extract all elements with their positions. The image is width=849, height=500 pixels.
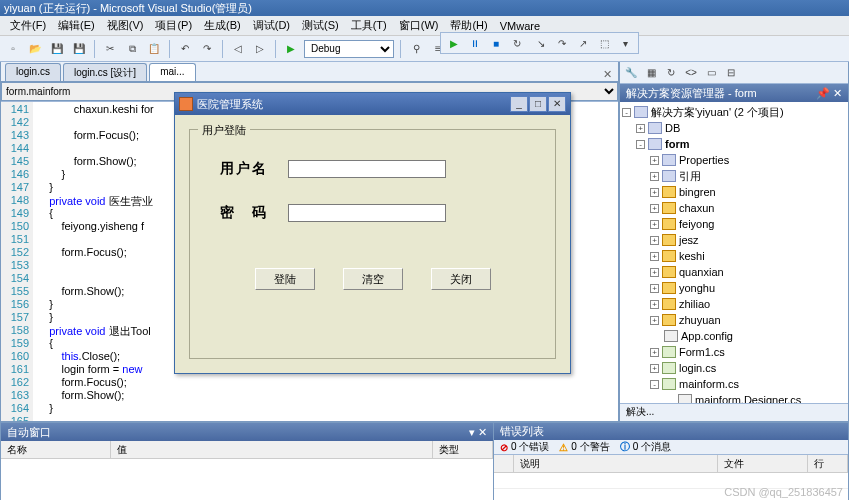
login-button[interactable]: 登陆 [255, 268, 315, 290]
tree-node[interactable]: +zhiliao [622, 296, 846, 312]
tree-node[interactable]: -form [622, 136, 846, 152]
login-groupbox: 用户登陆 用户名 密 码 登陆 清空 关闭 [189, 129, 556, 359]
line-gutter: 1411421431441451461471481491501511521531… [1, 102, 33, 421]
tab-login-cs[interactable]: login.cs [5, 63, 61, 81]
open-icon[interactable]: 📂 [26, 40, 44, 58]
filter-errors[interactable]: ⊘0 个错误 [500, 440, 549, 454]
close-button[interactable]: 关闭 [431, 268, 491, 290]
new-project-icon[interactable]: ▫ [4, 40, 22, 58]
pin-icon[interactable]: 📌 ✕ [816, 87, 842, 100]
continue-icon[interactable]: ▶ [445, 34, 463, 52]
config-combo[interactable]: Debug [304, 40, 394, 58]
autos-title: 自动窗口 ▾ ✕ [1, 423, 493, 441]
find-icon[interactable]: ⚲ [407, 40, 425, 58]
tree-node[interactable]: +feiyong [622, 216, 846, 232]
tree-node[interactable]: +Form1.cs [622, 344, 846, 360]
dialog-title: 医院管理系统 [197, 97, 263, 112]
tree-node[interactable]: +yonghu [622, 280, 846, 296]
tree-node[interactable]: +quanxian [622, 264, 846, 280]
cut-icon[interactable]: ✂ [101, 40, 119, 58]
menu-test[interactable]: 测试(S) [302, 18, 339, 33]
refresh-icon[interactable]: ↻ [662, 64, 680, 82]
errlist-title: 错误列表 [494, 423, 848, 440]
tree-node[interactable]: +chaxun [622, 200, 846, 216]
view-designer-icon[interactable]: ▭ [702, 64, 720, 82]
tree-node[interactable]: mainform.Designer.cs [622, 392, 846, 403]
tree-node[interactable]: App.config [622, 328, 846, 344]
document-tabs: login.cs login.cs [设计] mai... ✕ [1, 62, 618, 82]
filter-messages[interactable]: ⓘ0 个消息 [620, 440, 671, 454]
paste-icon[interactable]: 📋 [145, 40, 163, 58]
step-into-icon[interactable]: ↘ [532, 34, 550, 52]
step-out-icon[interactable]: ↗ [574, 34, 592, 52]
autos-header: 名称 值 类型 [1, 441, 493, 459]
password-label: 密 码 [220, 204, 274, 222]
errlist-header: 说明 文件 行 [494, 455, 848, 473]
menu-vmware[interactable]: VMware [500, 20, 540, 32]
watermark: CSDN @qq_251836457 [724, 486, 843, 498]
solution-toolbar: 🔧 ▦ ↻ <> ▭ ⊟ [620, 62, 848, 84]
stop-icon[interactable]: ■ [487, 34, 505, 52]
redo-icon[interactable]: ↷ [198, 40, 216, 58]
hex-icon[interactable]: ⬚ [595, 34, 613, 52]
minimize-icon[interactable]: _ [510, 96, 528, 112]
menu-file[interactable]: 文件(F) [10, 18, 46, 33]
tree-node[interactable]: +Properties [622, 152, 846, 168]
tree-node[interactable]: +jesz [622, 232, 846, 248]
error-filters: ⊘0 个错误 ⚠0 个警告 ⓘ0 个消息 [494, 440, 848, 455]
step-over-icon[interactable]: ↷ [553, 34, 571, 52]
clear-button[interactable]: 清空 [343, 268, 403, 290]
password-input[interactable] [288, 204, 446, 222]
props-icon[interactable]: 🔧 [622, 64, 640, 82]
autos-grid[interactable] [1, 459, 493, 500]
menu-debug[interactable]: 调试(D) [253, 18, 290, 33]
menu-tools[interactable]: 工具(T) [351, 18, 387, 33]
tree-node[interactable]: +DB [622, 120, 846, 136]
tab-mainform[interactable]: mai... [149, 63, 195, 81]
autos-window: 自动窗口 ▾ ✕ 名称 值 类型 [0, 422, 494, 500]
tree-node[interactable]: +login.cs [622, 360, 846, 376]
main-menubar: 文件(F) 编辑(E) 视图(V) 项目(P) 生成(B) 调试(D) 测试(S… [0, 16, 849, 36]
collapse-icon[interactable]: ⊟ [722, 64, 740, 82]
nav-back-icon[interactable]: ◁ [229, 40, 247, 58]
start-icon[interactable]: ▶ [282, 40, 300, 58]
solution-tree[interactable]: -解决方案'yiyuan' (2 个项目)+DB-form+Properties… [620, 102, 848, 403]
undo-icon[interactable]: ↶ [176, 40, 194, 58]
dialog-body: 用户登陆 用户名 密 码 登陆 清空 关闭 [175, 115, 570, 373]
view-code-icon[interactable]: <> [682, 64, 700, 82]
solution-tab[interactable]: 解决... [620, 403, 848, 421]
filter-warnings[interactable]: ⚠0 个警告 [559, 440, 609, 454]
username-label: 用户名 [220, 160, 274, 178]
tab-login-design[interactable]: login.cs [设计] [63, 63, 147, 81]
app-icon [179, 97, 193, 111]
menu-edit[interactable]: 编辑(E) [58, 18, 95, 33]
show-all-icon[interactable]: ▦ [642, 64, 660, 82]
tree-node[interactable]: +zhuyuan [622, 312, 846, 328]
login-dialog: 医院管理系统 _ □ ✕ 用户登陆 用户名 密 码 登陆 清空 关闭 [174, 92, 571, 374]
dialog-titlebar[interactable]: 医院管理系统 _ □ ✕ [175, 93, 570, 115]
menu-project[interactable]: 项目(P) [155, 18, 192, 33]
nav-fwd-icon[interactable]: ▷ [251, 40, 269, 58]
username-input[interactable] [288, 160, 446, 178]
copy-icon[interactable]: ⧉ [123, 40, 141, 58]
menu-help[interactable]: 帮助(H) [450, 18, 487, 33]
tree-node[interactable]: +引用 [622, 168, 846, 184]
tree-node[interactable]: -mainform.cs [622, 376, 846, 392]
close-icon[interactable]: ✕ [548, 96, 566, 112]
dropdown-icon[interactable]: ▾ [616, 34, 634, 52]
groupbox-legend: 用户登陆 [198, 123, 250, 138]
save-icon[interactable]: 💾 [48, 40, 66, 58]
pause-icon[interactable]: ⏸ [466, 34, 484, 52]
autos-pin-icon[interactable]: ▾ ✕ [469, 426, 487, 439]
save-all-icon[interactable]: 💾 [70, 40, 88, 58]
app-titlebar: yiyuan (正在运行) - Microsoft Visual Studio(… [0, 0, 849, 16]
menu-window[interactable]: 窗口(W) [399, 18, 439, 33]
tree-node[interactable]: +bingren [622, 184, 846, 200]
menu-build[interactable]: 生成(B) [204, 18, 241, 33]
tab-close-icon[interactable]: ✕ [597, 68, 618, 81]
maximize-icon[interactable]: □ [529, 96, 547, 112]
solution-title: 解决方案资源管理器 - form 📌 ✕ [620, 84, 848, 102]
restart-icon[interactable]: ↻ [508, 34, 526, 52]
menu-view[interactable]: 视图(V) [107, 18, 144, 33]
tree-node[interactable]: +keshi [622, 248, 846, 264]
